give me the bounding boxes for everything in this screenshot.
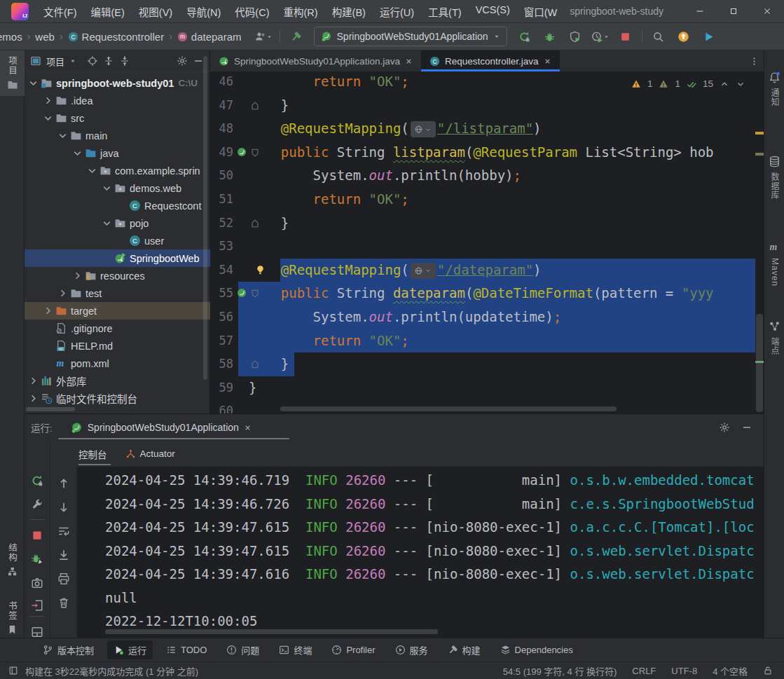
chevron-down-icon[interactable] <box>69 57 76 64</box>
coverage-button[interactable] <box>565 27 586 46</box>
tree-item[interactable]: test <box>25 284 210 302</box>
close-icon[interactable] <box>544 57 551 65</box>
close-icon[interactable] <box>405 57 413 65</box>
stop-button[interactable] <box>615 27 636 46</box>
tool-window-button-终端[interactable]: 终端 <box>273 640 318 659</box>
tool-strip-structure-button[interactable]: 结构 <box>0 537 25 582</box>
code-line[interactable]: 53 <box>210 235 764 259</box>
file-encoding[interactable]: UTF-8 <box>671 666 697 676</box>
update-button[interactable] <box>673 27 694 46</box>
menu-item[interactable]: 运行(U) <box>373 1 420 22</box>
tree-item[interactable]: .idea <box>25 92 210 109</box>
menu-item[interactable]: 文件(F) <box>37 1 83 22</box>
chevron-right-icon[interactable] <box>27 375 39 387</box>
tree-item[interactable]: target <box>25 302 210 320</box>
right-strip-maven-button[interactable]: mMaven <box>764 241 784 287</box>
chevron-down-icon[interactable] <box>101 182 113 194</box>
tool-window-button-运行[interactable]: 运行 <box>107 640 153 659</box>
line-number[interactable]: 48 <box>210 117 233 141</box>
chevron-right-icon[interactable] <box>27 392 39 404</box>
code-line[interactable]: 52 } <box>210 212 764 235</box>
tool-window-button-版本控制[interactable]: 版本控制 <box>36 640 100 659</box>
wrench-icon[interactable] <box>31 498 43 511</box>
thread-dump-icon[interactable] <box>31 577 43 589</box>
tree-horizontal-scrollbar[interactable] <box>26 407 75 411</box>
collapse-all-icon[interactable] <box>119 55 130 67</box>
tree-item[interactable]: CRequestcont <box>25 197 210 214</box>
code-line[interactable]: 59} <box>210 376 764 400</box>
close-icon[interactable] <box>244 424 252 432</box>
trash-icon[interactable] <box>57 596 70 609</box>
breadcrumb-item[interactable]: emos <box>0 29 24 44</box>
right-strip-database-button[interactable]: 数据库 <box>764 156 784 200</box>
code-line[interactable]: 56 System.out.println(updatetime); <box>210 306 764 329</box>
tree-item[interactable]: 临时文件和控制台 <box>25 390 210 407</box>
code-line[interactable]: 55 public String dateparam(@DateTimeForm… <box>210 282 764 306</box>
line-number[interactable]: 49 <box>210 141 233 165</box>
window-icon[interactable] <box>8 666 18 675</box>
line-number[interactable]: 54 <box>210 259 233 282</box>
code-line[interactable]: 50 System.out.println(hobby); <box>210 164 764 188</box>
project-panel-title[interactable]: 项目 <box>46 55 64 68</box>
tree-vertical-scrollbar[interactable] <box>203 56 207 380</box>
code-line[interactable]: 54 @RequestMapping("/dateparam") <box>210 259 764 282</box>
bean-icon[interactable] <box>236 146 247 158</box>
menu-item[interactable]: 工具(T) <box>422 1 468 22</box>
lock-icon[interactable] <box>763 666 773 675</box>
code-line[interactable]: 57 return "OK"; <box>210 329 764 353</box>
breadcrumb-item[interactable]: web <box>34 29 56 44</box>
tree-item[interactable]: resources <box>25 267 210 284</box>
tree-item[interactable]: 外部库 <box>25 372 210 390</box>
line-number[interactable]: 47 <box>210 94 233 118</box>
tool-strip-bookmarks-button[interactable]: 书签 <box>0 596 25 640</box>
line-number[interactable]: 59 <box>210 376 233 400</box>
menu-item[interactable]: 导航(N) <box>180 1 227 22</box>
tree-item[interactable]: mpom.xml <box>25 355 210 372</box>
tool-window-button-服务[interactable]: 服务 <box>389 640 434 659</box>
tool-window-button-dependencies[interactable]: Dependencies <box>494 642 579 658</box>
arrow-up-icon[interactable] <box>57 477 70 490</box>
menu-item[interactable]: 代码(C) <box>228 1 275 22</box>
tree-item[interactable]: pojo <box>25 214 210 232</box>
print-icon[interactable] <box>57 572 70 585</box>
tree-item[interactable]: java <box>25 144 210 162</box>
tree-item[interactable]: springboot-web-study01C:\U <box>25 74 210 92</box>
breadcrumb-item[interactable]: CRequestcontroller <box>67 29 166 44</box>
close-button[interactable] <box>750 0 784 22</box>
run-view-tab[interactable]: Actuator <box>125 448 175 459</box>
gear-icon[interactable] <box>177 55 188 67</box>
run-view-tab[interactable]: 控制台 <box>78 447 107 461</box>
menu-item[interactable]: 重构(R) <box>277 1 324 22</box>
chevron-right-icon[interactable] <box>42 305 54 317</box>
scroll-end-icon[interactable] <box>57 549 70 561</box>
code-editor[interactable]: 46 return "OK";47 }48 @RequestMapping("/… <box>210 72 764 413</box>
right-strip-notifications-button[interactable]: 通知 <box>764 71 784 107</box>
arrow-down-icon[interactable] <box>57 501 70 514</box>
tool-window-button-todo[interactable]: TODO <box>160 642 213 658</box>
right-strip-endpoints-button[interactable]: 端点 <box>764 320 784 355</box>
menu-item[interactable]: 编辑(E) <box>85 1 131 22</box>
tool-window-button-profiler[interactable]: Profiler <box>325 642 381 658</box>
chevron-right-icon[interactable] <box>57 287 69 299</box>
editor-horizontal-scrollbar[interactable] <box>280 406 617 411</box>
line-number[interactable]: 60 <box>210 399 233 413</box>
chevron-down-icon[interactable] <box>71 147 83 159</box>
menu-item[interactable]: 构建(B) <box>326 1 372 22</box>
chevron-right-icon[interactable] <box>71 270 83 282</box>
menu-item[interactable]: 视图(V) <box>132 1 179 22</box>
tool-window-button-问题[interactable]: 问题 <box>220 640 266 659</box>
line-number[interactable]: 53 <box>210 235 233 259</box>
breadcrumb-item[interactable]: mdateparam <box>176 29 243 44</box>
code-line[interactable]: 49 public String listparam(@RequestParam… <box>210 141 764 165</box>
bean-icon[interactable] <box>236 287 247 299</box>
rerun-button[interactable] <box>514 27 535 46</box>
tree-item[interactable]: demos.web <box>25 179 210 197</box>
indent-setting[interactable]: 4 个空格 <box>713 664 748 678</box>
line-separator[interactable]: CRLF <box>632 666 656 676</box>
hide-panel-icon[interactable] <box>741 422 752 433</box>
code-line[interactable]: 51 return "OK"; <box>210 188 764 212</box>
profiler-button[interactable] <box>590 27 611 46</box>
tab-options-button[interactable] <box>744 50 764 71</box>
tree-item[interactable]: .gitignore <box>25 320 210 337</box>
code-line[interactable]: 47 } <box>210 94 764 118</box>
